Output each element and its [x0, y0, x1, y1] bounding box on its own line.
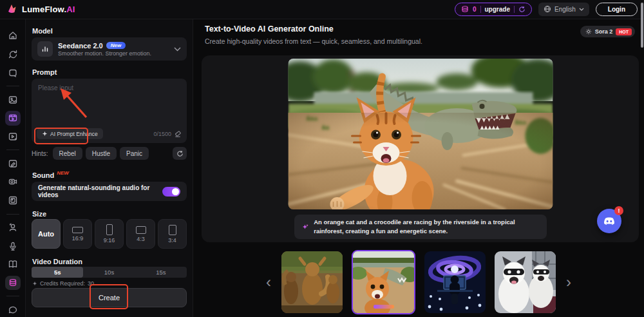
size-option-9-16[interactable]: 9:16	[95, 219, 124, 249]
upgrade-label[interactable]: upgrade	[485, 6, 510, 13]
duration-options: 5s 10s 15s	[32, 267, 187, 278]
brand[interactable]: LumeFlow.AI	[6, 3, 75, 17]
hero-video-preview[interactable]	[288, 59, 553, 209]
login-button[interactable]: Login	[596, 3, 638, 16]
landscape-ratio-icon	[136, 226, 146, 234]
refresh-hints-button[interactable]	[173, 147, 187, 160]
divider	[480, 6, 481, 13]
sound-label: Sound NEW	[32, 171, 69, 179]
portrait-ratio-icon	[106, 224, 113, 235]
hint-button[interactable]: Hustle	[86, 147, 117, 160]
hints-label: Hints:	[32, 150, 48, 157]
credits-required-value: 30	[88, 280, 94, 287]
divider	[514, 6, 515, 13]
thumbnail-dancing-squirrels[interactable]	[281, 251, 343, 313]
globe-icon	[544, 5, 551, 14]
page-subtitle: Create high-quality videos from text — q…	[205, 37, 422, 45]
model-new-badge: New	[106, 42, 126, 49]
main-content: Text-to-Video AI Generator Online Create…	[193, 19, 644, 317]
image-editor-icon[interactable]	[5, 156, 21, 171]
home-icon[interactable]	[5, 28, 21, 43]
eraser-icon[interactable]	[174, 130, 182, 138]
hints-row: Hints: Rebel Hustle Panic	[32, 147, 187, 160]
feedback-icon[interactable]	[5, 302, 21, 317]
video-camera-icon[interactable]	[5, 175, 21, 189]
portrait-ratio-icon	[169, 225, 176, 235]
hint-button[interactable]: Panic	[120, 147, 149, 160]
carousel-prev-icon[interactable]: ‹	[265, 274, 272, 290]
prompt-label: Prompt	[32, 68, 57, 76]
sparkle-icon	[302, 222, 309, 232]
thumbnail-husky-bandits[interactable]	[495, 251, 556, 313]
refresh-icon[interactable]	[518, 4, 526, 15]
chevron-down-icon	[579, 8, 584, 11]
video-effects-icon[interactable]	[5, 130, 21, 144]
microphone-icon[interactable]	[5, 238, 21, 253]
credits-count: 0	[473, 6, 477, 13]
sound-toggle[interactable]	[162, 187, 180, 197]
model-icon	[37, 41, 53, 57]
thumbnail-create-button[interactable]	[374, 305, 394, 309]
sora2-badge[interactable]: Sora 2 HOT	[580, 26, 635, 37]
divider	[6, 214, 19, 215]
credits-icon[interactable]	[5, 276, 21, 291]
char-counter: 0/1500	[153, 131, 171, 137]
divider	[6, 149, 19, 150]
sora2-label: Sora 2	[595, 28, 613, 35]
settings-panel: Model Seedance 2.0 New Smoother motion. …	[26, 19, 193, 317]
divider	[6, 86, 19, 86]
prompt-box: AI Prompt Enhance 0/1500	[32, 79, 187, 143]
sound-card: Generate natural-sounding audio for vide…	[32, 182, 187, 201]
sparkle-icon	[32, 281, 37, 286]
discord-button[interactable]: !	[597, 209, 621, 233]
carousel-next-icon[interactable]: ›	[565, 274, 573, 290]
model-description: Smoother motion. Stronger emotion.	[58, 50, 151, 57]
image-generator-icon[interactable]	[5, 92, 21, 107]
upgrade-pill[interactable]: 0 upgrade	[455, 3, 532, 16]
size-option-3-4[interactable]: 3:4	[158, 219, 187, 249]
sound-new-badge: NEW	[57, 170, 69, 176]
model-label: Model	[32, 27, 53, 35]
size-option-16-9[interactable]: 16:9	[63, 219, 92, 249]
divider	[6, 296, 19, 296]
size-label: Size	[32, 210, 46, 218]
caption-text: An orange cat and a crocodile are racing…	[314, 218, 538, 236]
prompt-caption: An orange cat and a crocodile are racing…	[294, 215, 547, 239]
brand-name: LumeFlow.AI	[22, 5, 75, 14]
character-icon[interactable]	[5, 220, 21, 235]
example-carousel: ‹	[193, 249, 644, 316]
language-label: English	[554, 6, 576, 13]
projects-icon[interactable]	[5, 65, 21, 80]
duration-option-5s[interactable]: 5s	[32, 267, 83, 278]
history-icon[interactable]	[5, 47, 21, 62]
size-option-4-3[interactable]: 4:3	[126, 219, 155, 249]
showcase-card: An orange cat and a crocodile are racing…	[202, 55, 639, 242]
flower-icon	[585, 28, 592, 35]
hot-tag: HOT	[616, 28, 632, 35]
thumbnail-cat-and-crocodile[interactable]	[352, 250, 415, 314]
sound-toggle-label: Generate natural-sounding audio for vide…	[38, 184, 162, 198]
notification-badge: !	[614, 206, 623, 215]
top-bar: LumeFlow.AI 0 upgrade	[0, 0, 644, 19]
language-select[interactable]: English	[538, 3, 589, 16]
size-option-auto[interactable]: Auto	[32, 219, 61, 249]
page-title: Text-to-Video AI Generator Online	[205, 24, 334, 34]
ai-prompt-enhance-button[interactable]: AI Prompt Enhance	[37, 128, 103, 139]
duration-option-10s[interactable]: 10s	[83, 267, 135, 278]
credits-coin-icon	[461, 4, 469, 15]
photo-frame-icon[interactable]	[5, 193, 21, 208]
create-button[interactable]: Create	[32, 288, 187, 307]
credits-required: Credits Required: 30	[32, 280, 94, 287]
video-generator-icon[interactable]	[5, 111, 21, 126]
duration-option-15s[interactable]: 15s	[135, 267, 187, 278]
model-name: Seedance 2.0	[58, 42, 103, 50]
hint-button[interactable]: Rebel	[53, 147, 82, 160]
icon-rail	[0, 19, 26, 317]
size-options: Auto 16:9 9:16 4:3 3:4	[32, 219, 187, 249]
model-selector[interactable]: Seedance 2.0 New Smoother motion. Strong…	[32, 37, 187, 61]
thumbnail-galaxy-computer[interactable]	[424, 251, 486, 313]
scrollbar[interactable]	[641, 3, 643, 48]
chevron-down-icon	[174, 47, 181, 52]
library-icon[interactable]	[5, 257, 21, 272]
sparkle-icon	[42, 131, 48, 137]
